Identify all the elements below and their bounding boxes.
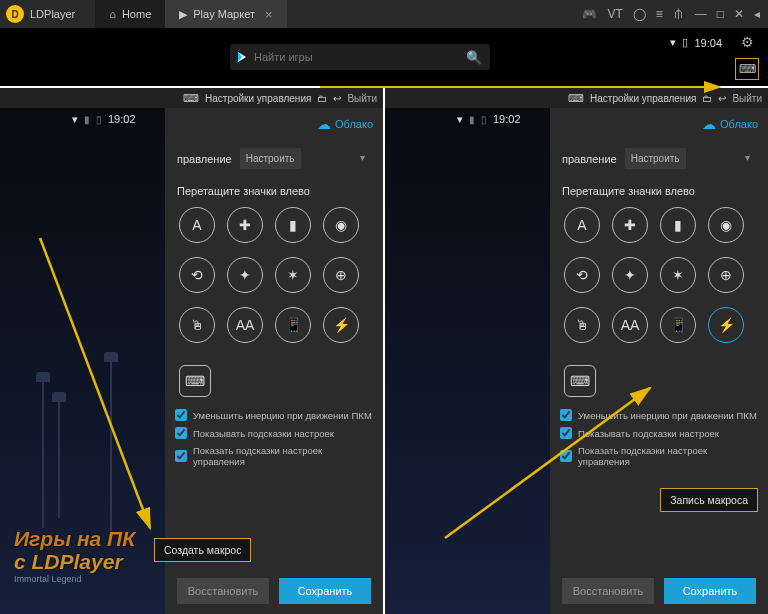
watermark: Игры на ПК c LDPlayer Immortal Legend xyxy=(14,528,135,584)
phone-icon[interactable]: 📱 xyxy=(660,307,696,343)
control-select[interactable]: Настроить xyxy=(625,148,686,169)
battery-mini-icon: ▯ xyxy=(481,114,487,125)
lock-icon[interactable]: ⫛ xyxy=(673,7,685,21)
keymap-drawer: ☁ Облако правление Настроить Перетащите … xyxy=(550,108,768,614)
wifi-mini-icon: ▾ xyxy=(457,113,463,126)
control-label: правление xyxy=(562,153,617,165)
user-icon[interactable]: ◯ xyxy=(633,7,646,21)
annotation-arrow-top xyxy=(320,72,740,102)
save-button[interactable]: Сохранить xyxy=(664,578,756,604)
dpad-icon[interactable]: ✚ xyxy=(227,207,263,243)
svg-line-1 xyxy=(40,238,150,528)
cloud-icon: ☁ xyxy=(317,116,331,132)
eye-icon[interactable]: ◉ xyxy=(323,207,359,243)
macro-button[interactable]: ⌨ xyxy=(564,365,596,397)
wifi-icon: ▾ xyxy=(670,36,676,49)
phone-icon[interactable]: 📱 xyxy=(275,307,311,343)
maximize-icon[interactable]: □ xyxy=(717,7,724,21)
spark-icon[interactable]: ✦ xyxy=(227,257,263,293)
key-a-icon[interactable]: A xyxy=(564,207,600,243)
check-control-hints[interactable]: Показать подсказки настроек управления xyxy=(560,445,758,467)
vt-icon[interactable]: VT xyxy=(607,7,622,21)
menu-icon[interactable]: ≡ xyxy=(656,7,663,21)
minimize-icon[interactable]: — xyxy=(695,7,707,21)
brand-label: LDPlayer xyxy=(30,8,75,20)
crossed-icon[interactable]: ✶ xyxy=(275,257,311,293)
keyboard-icon: ⌨ xyxy=(183,92,199,105)
tab-home[interactable]: ⌂ Home xyxy=(95,0,165,28)
search-input[interactable] xyxy=(254,51,458,63)
battery-mini-icon: ▯ xyxy=(96,114,102,125)
key-a-icon[interactable]: A xyxy=(179,207,215,243)
panel-title: Настройки управления xyxy=(205,93,311,104)
tooltip-record-macro: Запись макроса xyxy=(660,488,758,512)
target-icon[interactable]: ⊕ xyxy=(323,257,359,293)
chevron-left-icon[interactable]: ◂ xyxy=(754,7,760,21)
mouse-icon[interactable]: 🖱 xyxy=(179,307,215,343)
tooltip-create-macro: Создать макрос xyxy=(154,538,251,562)
search-bar[interactable]: 🔍 xyxy=(230,44,490,70)
phone-time: 19:02 xyxy=(108,113,136,125)
drag-hint: Перетащите значки влево xyxy=(165,177,383,201)
check-control-hints[interactable]: Показать подсказки настроек управления xyxy=(175,445,373,467)
bolt-icon[interactable]: ⚡ xyxy=(708,307,744,343)
restore-button[interactable]: Восстановить xyxy=(177,578,269,604)
cloud-button[interactable]: ☁ Облако xyxy=(550,108,768,140)
home-icon: ⌂ xyxy=(109,8,116,20)
search-icon[interactable]: 🔍 xyxy=(466,50,482,65)
wifi-mini-icon: ▾ xyxy=(72,113,78,126)
rotate-icon[interactable]: ⟲ xyxy=(179,257,215,293)
save-button[interactable]: Сохранить xyxy=(279,578,371,604)
tab-play-market[interactable]: ▶ Play Маркет × xyxy=(165,0,286,28)
control-label: правление xyxy=(177,153,232,165)
check-inertia[interactable]: Уменьшить инерцию при движении ПКМ xyxy=(175,409,373,421)
drag-hint: Перетащите значки влево xyxy=(550,177,768,201)
cloud-icon: ☁ xyxy=(702,116,716,132)
eye-icon[interactable]: ◉ xyxy=(708,207,744,243)
aa-icon[interactable]: AA xyxy=(227,307,263,343)
gamepad-icon[interactable]: 🎮 xyxy=(582,7,597,21)
phone-time: 19:02 xyxy=(493,113,521,125)
tab-home-label: Home xyxy=(122,8,151,20)
close-window-icon[interactable]: ✕ xyxy=(734,7,744,21)
check-hints[interactable]: Показывать подсказки настроек xyxy=(560,427,758,439)
check-hints[interactable]: Показывать подсказки настроек xyxy=(175,427,373,439)
aa-icon[interactable]: AA xyxy=(612,307,648,343)
dpad-icon[interactable]: ✚ xyxy=(612,207,648,243)
bolt-icon[interactable]: ⚡ xyxy=(323,307,359,343)
bullet-icon[interactable]: ▮ xyxy=(275,207,311,243)
tab-close-icon[interactable]: × xyxy=(265,7,273,22)
signal-icon: ▮ xyxy=(84,114,90,125)
macro-button[interactable]: ⌨ xyxy=(179,365,211,397)
cloud-label: Облако xyxy=(720,118,758,130)
signal-icon: ▮ xyxy=(469,114,475,125)
control-select[interactable]: Настроить xyxy=(240,148,301,169)
target-icon[interactable]: ⊕ xyxy=(708,257,744,293)
spark-icon[interactable]: ✦ xyxy=(612,257,648,293)
google-play-icon xyxy=(238,52,246,62)
ldplayer-logo-icon: D xyxy=(6,5,24,23)
mouse-icon[interactable]: 🖱 xyxy=(564,307,600,343)
cloud-label: Облако xyxy=(335,118,373,130)
gear-icon[interactable]: ⚙ xyxy=(741,34,754,50)
rotate-icon[interactable]: ⟲ xyxy=(564,257,600,293)
restore-button[interactable]: Восстановить xyxy=(562,578,654,604)
play-icon: ▶ xyxy=(179,8,187,21)
bullet-icon[interactable]: ▮ xyxy=(660,207,696,243)
cloud-button[interactable]: ☁ Облако xyxy=(165,108,383,140)
crossed-icon[interactable]: ✶ xyxy=(660,257,696,293)
clock-label: 19:04 xyxy=(694,37,722,49)
check-inertia[interactable]: Уменьшить инерцию при движении ПКМ xyxy=(560,409,758,421)
tab-play-label: Play Маркет xyxy=(193,8,255,20)
battery-icon: ▯ xyxy=(682,36,688,49)
